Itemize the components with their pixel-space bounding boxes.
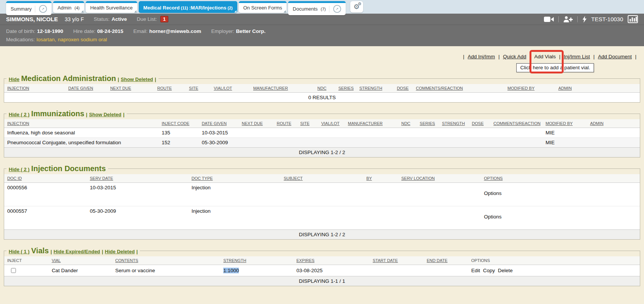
hide-link[interactable]: Hide ( 2 ) bbox=[9, 112, 30, 117]
col-header-series[interactable]: SERIES bbox=[417, 119, 439, 128]
popout-icon[interactable]: ↗ bbox=[39, 5, 47, 13]
col-header-end-date[interactable]: END DATE bbox=[424, 256, 468, 265]
tab-medical-record-active[interactable]: Medical Record (11):MAR/Injections (2) bbox=[139, 1, 237, 13]
col-header-admin[interactable]: ADMIN bbox=[555, 84, 640, 93]
col-header-modified-by[interactable]: MODIFIED BY bbox=[505, 84, 555, 93]
cell-doc-id: 0000557 bbox=[4, 206, 87, 230]
col-header-admin[interactable]: ADMIN bbox=[587, 119, 640, 128]
cell-serv-location bbox=[398, 183, 481, 206]
col-header-expires[interactable]: EXPIRES bbox=[293, 256, 370, 265]
cell-admin bbox=[587, 128, 640, 138]
col-header-strength[interactable]: STRENGTH bbox=[356, 84, 394, 93]
cell-dose bbox=[469, 138, 490, 148]
status-value: Active bbox=[111, 16, 127, 22]
col-header-serv-date[interactable]: SERV DATE bbox=[87, 174, 188, 183]
copy-link[interactable]: Copy bbox=[483, 268, 495, 273]
col-header-contents[interactable]: CONTENTS bbox=[112, 256, 220, 265]
immunizations-table: INJECTION INJECT CODE DATE GIVEN NEXT DU… bbox=[4, 119, 640, 157]
cell-inject-checkbox bbox=[4, 265, 49, 276]
separator: | bbox=[155, 76, 156, 82]
video-camera-icon[interactable] bbox=[544, 16, 554, 22]
show-deleted-link[interactable]: Show Deleted bbox=[121, 76, 153, 82]
cell-serv-date: 10-03-2015 bbox=[87, 183, 188, 206]
col-header-strength[interactable]: STRENGTH bbox=[439, 119, 469, 128]
col-header-injection[interactable]: INJECTION bbox=[4, 84, 65, 93]
inj-imm-list-link[interactable]: Inj/Imm List bbox=[564, 54, 590, 59]
separator: | bbox=[123, 112, 125, 117]
col-header-strength[interactable]: STRENGTH bbox=[220, 256, 293, 265]
col-header-route[interactable]: ROUTE bbox=[274, 119, 297, 128]
tab-health-surveillance[interactable]: Health Surveillance bbox=[86, 1, 137, 13]
col-header-doc-id[interactable]: DOC ID bbox=[4, 174, 87, 183]
hide-link[interactable]: Hide ( 1 ) bbox=[9, 249, 30, 254]
col-header-start-date[interactable]: START DATE bbox=[370, 256, 424, 265]
col-header-comments-reaction[interactable]: COMMENTS/REACTION bbox=[413, 84, 505, 93]
tab-admin[interactable]: Admin (4) bbox=[53, 1, 84, 13]
cell-injection: Pneumococcal Conjugate, unspecified form… bbox=[4, 138, 159, 148]
popout-icon[interactable]: ↗ bbox=[333, 5, 341, 13]
add-person-icon[interactable] bbox=[563, 16, 573, 22]
add-vials-link[interactable]: Add Vials bbox=[534, 54, 556, 59]
col-header-site[interactable]: SITE bbox=[186, 84, 211, 93]
col-header-dose[interactable]: DOSE bbox=[469, 119, 490, 128]
col-header-injection[interactable]: INJECTION bbox=[4, 119, 159, 128]
col-header-vial[interactable]: VIAL bbox=[49, 256, 112, 265]
cell-options[interactable]: Options bbox=[481, 206, 640, 230]
col-header-modified-by[interactable]: MODIFIED BY bbox=[542, 119, 587, 128]
patient-age-sex: 33 y/o F bbox=[65, 16, 84, 22]
cell-options[interactable]: Options bbox=[481, 183, 640, 206]
add-document-link[interactable]: Add Document bbox=[598, 54, 631, 59]
quick-add-link[interactable]: Quick Add bbox=[503, 54, 526, 59]
tab-fold-icon bbox=[284, 10, 286, 12]
cell-dose bbox=[469, 128, 490, 138]
col-header-manufacturer[interactable]: MANUFACTURER bbox=[250, 84, 314, 93]
tab-documents-count: (7) bbox=[321, 7, 326, 11]
col-header-series[interactable]: SERIES bbox=[335, 84, 356, 93]
add-inj-imm-link[interactable]: Add Inj/Imm bbox=[468, 54, 495, 59]
col-header-vial-lot[interactable]: VIAL/LOT bbox=[318, 119, 345, 128]
col-header-manufacturer[interactable]: MANUFACTURER bbox=[345, 119, 398, 128]
col-header-dose[interactable]: DOSE bbox=[394, 84, 413, 93]
hide-expired-ended-link[interactable]: Hide Expired/Ended bbox=[53, 249, 100, 254]
tab-segment-divider bbox=[329, 6, 329, 12]
col-header-date-given[interactable]: DATE GIVEN bbox=[65, 84, 107, 93]
col-header-by[interactable]: BY bbox=[363, 174, 398, 183]
col-header-ndc[interactable]: NDC bbox=[314, 84, 335, 93]
col-header-date-given[interactable]: DATE GIVEN bbox=[199, 119, 239, 128]
cell-manufacturer bbox=[345, 138, 398, 148]
show-deleted-link[interactable]: Show Deleted bbox=[89, 112, 121, 117]
medication-link-losartan[interactable]: losartan bbox=[36, 37, 55, 42]
col-header-site[interactable]: SITE bbox=[297, 119, 318, 128]
col-header-next-due[interactable]: NEXT DUE bbox=[239, 119, 274, 128]
hide-link[interactable]: Hide bbox=[9, 76, 19, 82]
col-header-next-due[interactable]: NEXT DUE bbox=[107, 84, 154, 93]
delete-link[interactable]: Delete bbox=[498, 268, 512, 273]
tab-summary[interactable]: Summary ↗ bbox=[6, 1, 52, 15]
due-list-label: Due List: bbox=[137, 16, 157, 22]
col-header-doc-type[interactable]: DOC TYPE bbox=[188, 174, 280, 183]
col-header-route[interactable]: ROUTE bbox=[154, 84, 186, 93]
settings-gear-button[interactable]: ⚙ ⚙ bbox=[350, 1, 363, 12]
tab-documents[interactable]: Documents (7) ↗ bbox=[288, 1, 345, 15]
col-header-comments-reaction[interactable]: COMMENTS/REACTION bbox=[490, 119, 543, 128]
medication-link-naproxen[interactable]: naproxen sodium oral bbox=[58, 37, 107, 42]
tab-on-screen-forms[interactable]: On Screen Forms bbox=[239, 1, 287, 13]
lightning-bolt-icon[interactable] bbox=[582, 16, 587, 23]
col-header-options[interactable]: OPTIONS bbox=[481, 174, 640, 183]
col-header-ndc[interactable]: NDC bbox=[398, 119, 417, 128]
bar-chart-icon[interactable] bbox=[628, 15, 638, 23]
hide-link[interactable]: Hide ( 2 ) bbox=[9, 167, 30, 172]
edit-link[interactable]: Edit bbox=[471, 268, 480, 273]
col-header-serv-location[interactable]: SERV LOCATION bbox=[398, 174, 481, 183]
hide-deleted-link[interactable]: Hide Deleted bbox=[105, 249, 135, 254]
col-header-vial-lot[interactable]: VIAL/LOT bbox=[211, 84, 250, 93]
section-vials: Hide ( 1 ) Vials | Hide Expired/Ended | … bbox=[4, 246, 640, 286]
empty-results-text: 0 RESULTS bbox=[4, 93, 640, 103]
separator: | bbox=[136, 249, 138, 254]
col-header-subject[interactable]: SUBJECT bbox=[280, 174, 363, 183]
col-header-inject-code[interactable]: INJECT CODE bbox=[159, 119, 199, 128]
inject-checkbox[interactable] bbox=[11, 268, 16, 273]
cell-injection: Influenza, high dose seasonal bbox=[4, 128, 159, 138]
due-list-badge[interactable]: 1 bbox=[160, 16, 168, 22]
document-row: 0000556 10-03-2015 Injection Options bbox=[4, 183, 640, 206]
